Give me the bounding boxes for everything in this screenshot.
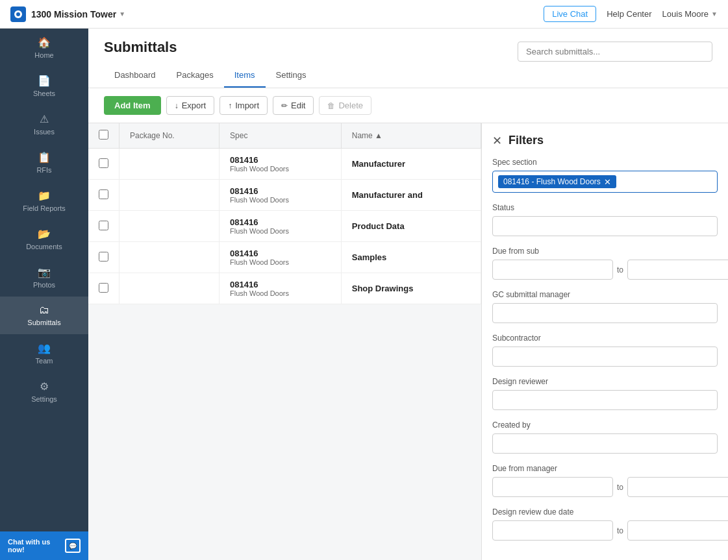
- row-checkbox[interactable]: [88, 149, 119, 180]
- filter-due-from-manager: Due from manager to: [492, 464, 718, 497]
- tab-settings[interactable]: Settings: [266, 64, 317, 88]
- due-from-manager-start[interactable]: [492, 477, 613, 497]
- delete-icon: 🗑: [327, 101, 335, 110]
- row-select-checkbox[interactable]: [99, 221, 108, 230]
- app-logo: [10, 6, 26, 22]
- filter-design-reviewer-label: Design reviewer: [492, 377, 718, 386]
- tab-items[interactable]: Items: [224, 64, 266, 88]
- sidebar-item-issues[interactable]: ⚠ Issues: [0, 105, 88, 143]
- topbar-right: Live Chat Help Center Louis Moore ▼: [544, 6, 718, 22]
- help-center-link[interactable]: Help Center: [607, 9, 651, 19]
- tab-packages[interactable]: Packages: [166, 64, 224, 88]
- col-checkbox: [88, 123, 119, 149]
- export-icon: ↓: [175, 101, 179, 110]
- delete-button[interactable]: 🗑 Delete: [319, 96, 371, 115]
- sidebar-item-field-reports[interactable]: 📁 Field Reports: [0, 182, 88, 220]
- table-row: 081416 Flush Wood Doors Samples: [88, 242, 481, 273]
- sidebar-item-submittals[interactable]: 🗂 Submittals: [0, 297, 88, 334]
- gc-submittal-manager-input[interactable]: [492, 303, 718, 323]
- row-spec: 081416 Flush Wood Doors: [220, 149, 342, 180]
- import-button[interactable]: ↑ Import: [220, 96, 268, 115]
- chat-widget[interactable]: Chat with us now! 💬: [0, 531, 88, 560]
- filter-created-by-label: Created by: [492, 420, 718, 430]
- row-spec: 081416 Flush Wood Doors: [220, 273, 342, 304]
- status-input[interactable]: [492, 216, 718, 236]
- row-name: Samples: [341, 242, 481, 273]
- topbar: 1300 Mission Tower ▼ Live Chat Help Cent…: [0, 0, 728, 29]
- sidebar-item-documents[interactable]: 📂 Documents: [0, 220, 88, 258]
- row-checkbox[interactable]: [88, 242, 119, 273]
- sidebar-item-rfis[interactable]: 📋 RFIs: [0, 143, 88, 182]
- row-select-checkbox[interactable]: [99, 189, 108, 199]
- toolbar: Add Item ↓ Export ↑ Import ✏ Edit 🗑 Dele…: [88, 88, 728, 123]
- svg-point-1: [16, 12, 20, 16]
- live-chat-button[interactable]: Live Chat: [544, 6, 596, 22]
- sidebar: 🏠 Home 📄 Sheets ⚠ Issues 📋 RFIs 📁 Field …: [0, 29, 88, 560]
- select-all-checkbox[interactable]: [99, 130, 108, 140]
- table-row: 081416 Flush Wood Doors Product Data: [88, 211, 481, 242]
- row-select-checkbox[interactable]: [99, 283, 108, 293]
- design-review-due-date-range: to: [492, 520, 718, 541]
- row-checkbox[interactable]: [88, 211, 119, 242]
- import-icon: ↑: [228, 101, 232, 110]
- page-title: Submittals: [104, 39, 177, 56]
- sidebar-item-photos[interactable]: 📷 Photos: [0, 258, 88, 297]
- row-package-no: [119, 273, 220, 304]
- design-reviewer-input[interactable]: [492, 390, 718, 410]
- tab-dashboard[interactable]: Dashboard: [104, 64, 166, 88]
- user-menu[interactable]: Louis Moore ▼: [662, 9, 718, 19]
- row-spec: 081416 Flush Wood Doors: [220, 211, 342, 242]
- filter-subcontractor: Subcontractor: [492, 334, 718, 367]
- row-spec: 081416 Flush Wood Doors: [220, 242, 342, 273]
- photos-icon: 📷: [38, 266, 51, 278]
- due-from-sub-end[interactable]: [627, 260, 728, 280]
- row-checkbox[interactable]: [88, 180, 119, 211]
- due-from-manager-end[interactable]: [627, 477, 728, 497]
- search-input[interactable]: [518, 42, 712, 62]
- filter-due-from-manager-label: Due from manager: [492, 464, 718, 473]
- spec-section-input[interactable]: 081416 - Flush Wood Doors ✕: [492, 171, 718, 193]
- chat-icon: 💬: [65, 539, 81, 553]
- row-select-checkbox[interactable]: [99, 158, 108, 168]
- sidebar-item-team[interactable]: 👥 Team: [0, 334, 88, 372]
- sidebar-item-home[interactable]: 🏠 Home: [0, 29, 88, 67]
- content-area: Package No. Spec Name ▲ 081416: [88, 123, 728, 560]
- sidebar-item-sheets[interactable]: 📄 Sheets: [0, 67, 88, 105]
- edit-icon: ✏: [281, 101, 288, 110]
- filter-due-from-sub: Due from sub to: [492, 247, 718, 280]
- filters-title: Filters: [508, 134, 544, 147]
- row-name: Manufacturer and: [341, 180, 481, 211]
- filters-close-button[interactable]: ✕: [492, 135, 502, 147]
- user-dropdown-icon: ▼: [711, 10, 718, 18]
- row-package-no: [119, 149, 220, 180]
- due-from-sub-start[interactable]: [492, 260, 613, 280]
- submittals-icon: 🗂: [39, 304, 49, 316]
- edit-button[interactable]: ✏ Edit: [273, 96, 314, 115]
- issues-icon: ⚠: [40, 113, 49, 125]
- search-wrap: [518, 42, 712, 62]
- table-row: 081416 Flush Wood Doors Shop Drawings: [88, 273, 481, 304]
- filter-spec-section-label: Spec section: [492, 158, 718, 167]
- created-by-input[interactable]: [492, 433, 718, 454]
- sidebar-item-settings[interactable]: ⚙ Settings: [0, 372, 88, 411]
- rfis-icon: 📋: [38, 151, 51, 164]
- spec-section-tag-remove[interactable]: ✕: [604, 178, 611, 186]
- project-dropdown-icon: ▼: [119, 10, 125, 18]
- main-layout: 🏠 Home 📄 Sheets ⚠ Issues 📋 RFIs 📁 Field …: [0, 29, 728, 560]
- row-checkbox[interactable]: [88, 273, 119, 304]
- tabs: Dashboard Packages Items Settings: [88, 64, 728, 88]
- col-package-no: Package No.: [119, 123, 220, 149]
- table-row: 081416 Flush Wood Doors Manufacturer: [88, 149, 481, 180]
- filter-design-reviewer: Design reviewer: [492, 377, 718, 410]
- design-review-due-date-start[interactable]: [492, 520, 613, 541]
- row-package-no: [119, 180, 220, 211]
- subcontractor-input[interactable]: [492, 347, 718, 367]
- export-button[interactable]: ↓ Export: [166, 96, 215, 115]
- filter-due-from-sub-label: Due from sub: [492, 247, 718, 256]
- project-name[interactable]: 1300 Mission Tower ▼: [31, 9, 125, 19]
- add-item-button[interactable]: Add Item: [104, 96, 161, 115]
- design-review-due-date-end[interactable]: [627, 520, 728, 541]
- col-name: Name ▲: [341, 123, 481, 149]
- row-select-checkbox[interactable]: [99, 252, 108, 262]
- spec-section-tag: 081416 - Flush Wood Doors ✕: [498, 175, 616, 188]
